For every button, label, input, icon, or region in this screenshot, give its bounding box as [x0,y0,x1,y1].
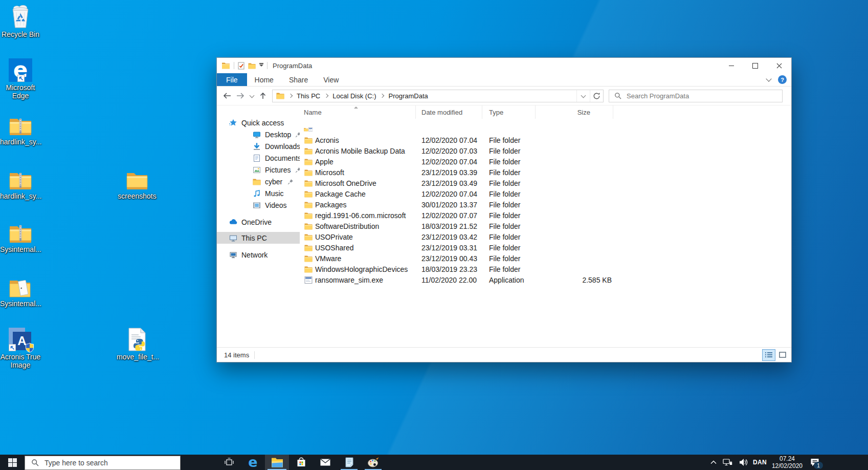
sidebar-item-desktop[interactable]: Desktop [217,129,300,140]
back-button[interactable] [220,89,234,103]
taskbar-file-explorer-button[interactable] [265,455,289,470]
breadcrumb-programdata[interactable]: ProgramData [387,92,429,100]
up-button[interactable] [256,89,270,103]
file-row[interactable]: USOPrivate 23/12/2019 03.42 File folder [300,231,791,242]
file-row[interactable]: ransomware_sim.exe 11/02/2020 22.00 Appl… [300,274,791,285]
help-button[interactable] [778,75,787,84]
sidebar-label: Documents [265,154,300,162]
tab-view[interactable]: View [316,73,346,86]
tray-network-button[interactable] [723,458,732,466]
sidebar-item-network[interactable]: Network [217,249,300,261]
sidebar-item-music[interactable]: Music [217,187,300,199]
file-row[interactable]: VMware 23/12/2019 00.43 File folder [300,253,791,264]
taskbar-edge-button[interactable] [241,455,265,470]
sidebar-item-documents[interactable]: Documents [217,152,300,164]
paint-icon [367,457,380,468]
details-view-button[interactable] [763,350,775,360]
column-header-name[interactable]: Name [300,105,416,119]
address-bar[interactable]: This PC Local Disk (C:) ProgramData [272,90,604,102]
desktop-icon-recycle-bin[interactable]: Recycle Bin [0,4,41,38]
taskbar-store-button[interactable] [289,455,313,470]
taskbar-paint-button[interactable] [361,455,385,470]
task-view-button[interactable] [217,455,241,470]
column-header-date-modified[interactable]: Date modified [416,105,482,119]
downloads-icon [253,142,261,151]
taskbar-notepad-button[interactable] [337,455,361,470]
breadcrumb-this-pc[interactable]: This PC [296,92,321,100]
file-row[interactable]: Packages 30/01/2020 13.37 File folder [300,199,791,210]
explorer-window: ProgramData File Home Share View [216,57,792,362]
mail-icon [320,458,331,467]
file-row[interactable]: Acronis 12/02/2020 07.04 File folder [300,135,791,145]
desktop-icon-microsoft-edge[interactable]: Microsoft Edge [0,57,41,100]
desktop-icon-sysinternals-zip[interactable]: Sysinternal... [0,219,41,253]
taskbar-mail-button[interactable] [313,455,337,470]
column-header-size[interactable]: Size [536,105,613,119]
desktop-icon-screenshots[interactable]: screenshots [117,166,158,200]
pin-icon [295,167,300,173]
sidebar-item-onedrive[interactable]: OneDrive [217,216,300,228]
tab-home[interactable]: Home [247,73,281,86]
file-row[interactable]: Package Cache 12/02/2020 07.04 File fold… [300,188,791,199]
search-icon [614,92,621,99]
sidebar-item-this-pc[interactable]: This PC [217,232,300,244]
sidebar-item-videos[interactable]: Videos [217,199,300,211]
file-row[interactable]: Acronis Mobile Backup Data 12/02/2020 07… [300,145,791,156]
file-icon [304,158,313,166]
window-title: ProgramData [273,62,312,70]
tab-share[interactable]: Share [281,73,316,86]
explorer-search-input[interactable] [626,92,782,100]
maximize-button[interactable] [743,58,767,73]
breadcrumb-local-disk-c[interactable]: Local Disk (C:) [331,92,377,100]
taskbar-search-box[interactable] [25,456,181,470]
sidebar-item-downloads[interactable]: Downloads [217,140,300,152]
start-button[interactable] [0,455,25,470]
clock[interactable]: 07.24 12/02/2020 [772,455,803,469]
recent-locations-button[interactable] [247,89,256,103]
customize-qat-chevron-icon[interactable] [259,65,263,67]
file-icon [304,276,313,284]
expand-ribbon-chevron-icon[interactable] [766,76,771,81]
window-folder-icon[interactable] [221,62,230,69]
microsoft-store-icon [296,457,306,468]
language-indicator[interactable]: DAN [753,459,767,466]
tray-volume-button[interactable] [739,458,748,466]
file-row[interactable] [300,124,791,135]
column-header-type[interactable]: Type [482,105,536,119]
this-pc-icon [229,234,237,242]
details-view-icon [765,352,772,358]
file-row[interactable]: Apple 12/02/2020 07.04 File folder [300,156,791,167]
file-row[interactable]: regid.1991-06.com.microsoft 12/02/2020 0… [300,210,791,221]
desktop-icon-sysinternals-folder[interactable]: Sysinternal... [0,273,41,308]
file-row[interactable]: Microsoft 23/12/2019 03.39 File folder [300,167,791,178]
desktop-icon-move-file-script[interactable]: move_file_t... [117,327,158,361]
file-row[interactable]: WindowsHolographicDevices 18/03/2019 23.… [300,264,791,274]
desktop-icon-acronis-true-image[interactable]: Acronis True Image [0,327,41,369]
file-date-modified: 12/02/2020 07.04 [416,158,482,166]
desktop-icon-hardlink-zip-2[interactable]: hardlink_sy... [0,166,41,200]
file-row[interactable]: USOShared 23/12/2019 03.31 File folder [300,242,791,253]
sidebar-item-quick-access[interactable]: Quick access [217,117,300,129]
sidebar-item-cyber[interactable]: cyber [217,176,300,187]
thumbnail-view-button[interactable] [776,350,789,360]
tray-expand-button[interactable] [710,460,717,464]
desktop-icon-label: Acronis True Image [0,353,41,369]
folder-icon [253,178,261,185]
address-dropdown-button[interactable] [576,90,590,102]
new-folder-button[interactable] [248,62,256,69]
folder-icon [304,190,313,198]
file-row[interactable]: SoftwareDistribution 18/03/2019 21.52 Fi… [300,221,791,231]
refresh-button[interactable] [590,90,603,102]
explorer-search-box[interactable] [609,90,783,102]
sidebar-item-pictures[interactable]: Pictures [217,164,300,176]
tab-file[interactable]: File [217,73,247,86]
folder-icon [304,169,313,176]
action-center-button[interactable]: 1 [810,457,820,467]
taskbar-search-input[interactable] [43,458,180,467]
forward-button[interactable] [234,89,247,103]
desktop-icon-hardlink-zip-1[interactable]: hardlink_sy... [0,112,41,146]
file-row[interactable]: Microsoft OneDrive 23/12/2019 03.49 File… [300,178,791,188]
properties-button[interactable] [238,62,244,70]
minimize-button[interactable] [719,58,743,73]
close-button[interactable] [767,58,791,73]
